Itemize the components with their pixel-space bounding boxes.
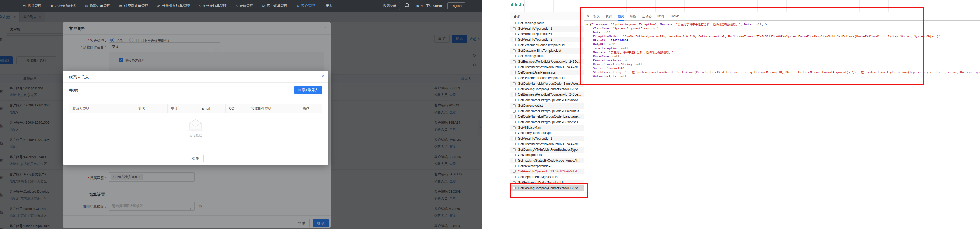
network-request-row[interactable]: GetAreaInfo?parentId=%E5%8C%97%E4%BA…: [510, 169, 584, 175]
request-checkbox[interactable]: [513, 148, 515, 151]
request-checkbox[interactable]: [513, 60, 515, 63]
devtools-tab[interactable]: 预览: [618, 13, 624, 21]
network-request-row[interactable]: GetAllSalseMan: [510, 125, 584, 131]
devtools-tab[interactable]: 标头: [593, 13, 600, 21]
network-request-row[interactable]: GetTrackingStatus: [510, 53, 584, 59]
network-request-row[interactable]: GetSettlementPeriodTemplateList: [510, 42, 584, 48]
contacts-column-header: 联系人类型: [69, 104, 135, 113]
network-request-row[interactable]: GetCodeNameList?groupCode=SingleWorkDa…: [510, 81, 584, 86]
request-checkbox[interactable]: [513, 38, 515, 41]
network-request-row[interactable]: GetAreaInfo?parentId=1: [510, 31, 584, 37]
request-checkbox[interactable]: [513, 50, 515, 52]
network-request-row[interactable]: GetBookingCompanyContactsInfoALL?userCo…: [510, 86, 584, 92]
network-request-row[interactable]: GetListByBusinessType: [510, 130, 584, 136]
request-checkbox[interactable]: [513, 154, 515, 156]
request-checkbox[interactable]: [513, 88, 515, 90]
network-request-row[interactable]: GetCodeNameList?groupCode=DiscountStan…: [510, 109, 584, 114]
nav-item[interactable]: ⌂海外仓订单管理: [199, 3, 227, 8]
network-request-row[interactable]: GetDepartmentsMgrUserList: [510, 175, 584, 180]
request-name: GetCustomerInfo?Id=d8b9ef06-187a-47d8-b…: [518, 65, 582, 69]
request-checkbox[interactable]: [513, 104, 515, 107]
nav-item[interactable]: 更多...: [324, 3, 336, 8]
request-checkbox[interactable]: [513, 82, 515, 85]
network-request-row[interactable]: GetTrackingStatusByCode?code=ArriveAtDes…: [510, 158, 584, 163]
devtools-tab[interactable]: 载荷: [606, 13, 612, 21]
request-checkbox[interactable]: [513, 143, 515, 146]
request-checkbox[interactable]: [513, 71, 515, 74]
network-request-row[interactable]: GetBusinessPeriodList?companyId=2435e0e6…: [510, 59, 584, 64]
nav-item[interactable]: ▤提货管理: [23, 3, 41, 8]
network-request-row[interactable]: GetCountryVTAInfoListFromBusinessType: [510, 147, 584, 152]
request-checkbox[interactable]: [513, 54, 515, 57]
network-request-row[interactable]: GetSettlementPeriodTemplateList: [510, 75, 584, 81]
network-request-row[interactable]: GetSettlementPeriodTemplateList: [510, 180, 584, 186]
add-contact-button[interactable]: ⊕ 添加联系人: [294, 86, 322, 94]
request-checkbox[interactable]: [513, 131, 515, 134]
nav-item[interactable]: ▣小包仓储转运: [50, 3, 76, 8]
cancel-button[interactable]: 取 消: [187, 155, 204, 162]
network-request-row[interactable]: GetCustomerInfo?Id=d8b9ef06-187a-47d8-b…: [510, 64, 584, 70]
request-checkbox[interactable]: [513, 165, 515, 167]
search-menu-button[interactable]: 搜索菜单: [380, 2, 400, 10]
request-checkbox[interactable]: [513, 110, 515, 112]
request-checkbox[interactable]: [513, 121, 515, 123]
request-checkbox[interactable]: [513, 115, 515, 118]
network-request-row[interactable]: GetBookingCompanyContactsInfoALL?userCo…: [510, 186, 584, 191]
request-checkbox[interactable]: [513, 99, 515, 101]
request-checkbox[interactable]: [513, 44, 515, 46]
network-request-row[interactable]: GetBusinessPeriodList?companyId=2435e0e6…: [510, 92, 584, 98]
nav-item[interactable]: ▦供应商账单管理: [119, 3, 148, 8]
nav-item-label: 海外仓订单管理: [202, 3, 227, 8]
close-icon[interactable]: ×: [321, 74, 324, 79]
property-key: ExceptionMethod: [593, 35, 619, 38]
network-request-row[interactable]: GetTrackingStatus: [510, 21, 584, 26]
network-request-row[interactable]: GetCustomerInfo?Id=d8b9ef06-187a-47d8-b…: [510, 141, 584, 147]
request-checkbox[interactable]: [513, 159, 515, 162]
nav-item[interactable]: 品传统业务订单管理: [157, 3, 190, 8]
devtools-tab[interactable]: Cookie: [670, 13, 679, 21]
network-request-row[interactable]: GetCustomerBindTemplateList: [510, 48, 584, 54]
devtools-tab[interactable]: 时间: [657, 13, 664, 21]
network-request-row[interactable]: GetAreaInfo?parentId=2: [510, 163, 584, 169]
close-icon[interactable]: ×: [587, 14, 589, 18]
devtools-tab[interactable]: 响应: [630, 13, 636, 21]
network-request-row[interactable]: GetConfigInfoList: [510, 152, 584, 158]
network-request-row[interactable]: GetAreaInfo?parentId=1: [510, 26, 584, 32]
request-checkbox[interactable]: [513, 22, 515, 24]
request-checkbox[interactable]: [513, 77, 515, 79]
network-request-row[interactable]: GetCodeNameList?groupCode=QuotaWorkD…: [510, 98, 584, 103]
devtools-tab[interactable]: 启动器: [642, 13, 652, 21]
request-checkbox[interactable]: [513, 181, 515, 184]
current-user[interactable]: H014 - 王进Storm: [415, 3, 442, 8]
request-checkbox[interactable]: [513, 66, 515, 69]
network-request-row[interactable]: GetCurrentUserPermission: [510, 70, 584, 75]
network-overview-strip[interactable]: [510, 0, 980, 13]
property-key: HResult: [593, 39, 605, 42]
request-checkbox[interactable]: [513, 176, 515, 178]
nav-item[interactable]: ⌂仓储管理: [235, 3, 253, 8]
request-checkbox[interactable]: [513, 27, 515, 30]
nav-item[interactable]: ♟客户管理: [297, 3, 315, 8]
request-name: GetTrackingStatusByCode?code=ArriveAtDes…: [518, 159, 582, 162]
nav-right-cluster: 搜索菜单 H014 - 王进Storm English: [380, 2, 465, 10]
request-checkbox[interactable]: [513, 137, 515, 140]
request-checkbox[interactable]: [513, 126, 515, 129]
bell-icon[interactable]: [405, 3, 409, 9]
network-request-row[interactable]: GetCodeNameList?groupCode=BusinessType: [510, 119, 584, 125]
nav-item[interactable]: ◎客户账单管理: [262, 3, 287, 8]
network-request-row[interactable]: GetAreaInfo?parentId=2: [510, 37, 584, 42]
network-request-list: 名称 GetTrackingStatusGetAreaInfo?parentId…: [510, 13, 584, 229]
request-checkbox[interactable]: [513, 187, 515, 189]
preview-summary-line[interactable]: ▼ {ClassName: "System.ArgumentException"…: [586, 22, 980, 27]
request-list-header[interactable]: 名称: [510, 13, 584, 21]
network-request-row[interactable]: GetCodeNameList?groupCode=LanguageType: [510, 114, 584, 119]
network-request-row[interactable]: GetAreaInfo?parentId=1: [510, 136, 584, 141]
nav-item-icon: ◎: [262, 4, 265, 8]
network-request-row[interactable]: GetCurrencyeList: [510, 103, 584, 109]
nav-item[interactable]: ◍物流订单管理: [85, 3, 110, 8]
request-checkbox[interactable]: [513, 93, 515, 96]
preview-property-line: HelpURL: null: [586, 42, 980, 46]
request-checkbox[interactable]: [513, 170, 515, 173]
language-switch-button[interactable]: English: [447, 2, 465, 9]
request-checkbox[interactable]: [513, 33, 515, 35]
